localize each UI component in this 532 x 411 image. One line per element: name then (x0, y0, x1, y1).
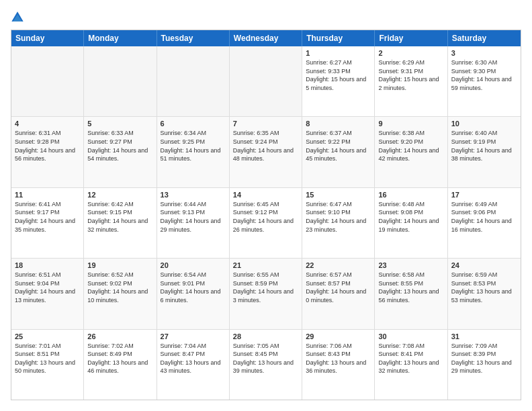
calendar-cell: 28Sunrise: 7:05 AMSunset: 8:45 PMDayligh… (230, 330, 302, 400)
cell-info: Sunrise: 6:29 AMSunset: 9:31 PMDaylight:… (378, 58, 443, 92)
calendar-row: 4Sunrise: 6:31 AMSunset: 9:28 PMDaylight… (11, 117, 521, 187)
calendar-cell (230, 46, 302, 116)
calendar-cell: 9Sunrise: 6:38 AMSunset: 9:20 PMDaylight… (375, 117, 447, 187)
cell-info: Sunrise: 6:33 AMSunset: 9:27 PMDaylight:… (87, 129, 152, 163)
day-header: Tuesday (157, 30, 230, 46)
calendar-cell: 18Sunrise: 6:51 AMSunset: 9:04 PMDayligh… (11, 259, 84, 328)
calendar-cell: 3Sunrise: 6:30 AMSunset: 9:30 PMDaylight… (448, 46, 521, 116)
cell-info: Sunrise: 7:05 AMSunset: 8:45 PMDaylight:… (233, 342, 298, 375)
cell-date: 21 (233, 261, 298, 269)
calendar-cell: 2Sunrise: 6:29 AMSunset: 9:31 PMDaylight… (375, 46, 447, 116)
cell-info: Sunrise: 7:04 AMSunset: 8:47 PMDaylight:… (161, 342, 226, 375)
cell-info: Sunrise: 6:38 AMSunset: 9:20 PMDaylight:… (378, 129, 443, 163)
logo (11, 11, 27, 24)
cell-date: 28 (233, 332, 298, 340)
day-header: Thursday (302, 30, 375, 46)
cell-info: Sunrise: 6:27 AMSunset: 9:33 PMDaylight:… (306, 58, 371, 92)
calendar-cell: 24Sunrise: 6:59 AMSunset: 8:53 PMDayligh… (448, 259, 521, 328)
cell-info: Sunrise: 6:41 AMSunset: 9:17 PMDaylight:… (15, 200, 80, 234)
calendar-cell: 11Sunrise: 6:41 AMSunset: 9:17 PMDayligh… (11, 188, 84, 258)
calendar-cell: 7Sunrise: 6:35 AMSunset: 9:24 PMDaylight… (230, 117, 302, 187)
calendar-cell: 1Sunrise: 6:27 AMSunset: 9:33 PMDaylight… (302, 46, 375, 116)
cell-date: 24 (451, 261, 517, 269)
calendar-cell: 26Sunrise: 7:02 AMSunset: 8:49 PMDayligh… (84, 330, 157, 400)
cell-info: Sunrise: 7:01 AMSunset: 8:51 PMDaylight:… (15, 342, 80, 375)
calendar-cell: 6Sunrise: 6:34 AMSunset: 9:25 PMDaylight… (157, 117, 230, 187)
calendar-cell: 14Sunrise: 6:45 AMSunset: 9:12 PMDayligh… (230, 188, 302, 258)
calendar-body: 1Sunrise: 6:27 AMSunset: 9:33 PMDaylight… (11, 46, 521, 400)
cell-date: 12 (87, 191, 152, 199)
calendar-cell: 19Sunrise: 6:52 AMSunset: 9:02 PMDayligh… (84, 259, 157, 328)
calendar-cell: 21Sunrise: 6:55 AMSunset: 8:59 PMDayligh… (230, 259, 302, 328)
calendar-cell: 31Sunrise: 7:09 AMSunset: 8:39 PMDayligh… (448, 330, 521, 400)
cell-info: Sunrise: 6:37 AMSunset: 9:22 PMDaylight:… (306, 129, 371, 163)
calendar-cell: 20Sunrise: 6:54 AMSunset: 9:01 PMDayligh… (157, 259, 230, 328)
calendar-cell: 10Sunrise: 6:40 AMSunset: 9:19 PMDayligh… (448, 117, 521, 187)
cell-info: Sunrise: 6:42 AMSunset: 9:15 PMDaylight:… (87, 200, 152, 234)
calendar-cell (157, 46, 230, 116)
calendar-cell: 22Sunrise: 6:57 AMSunset: 8:57 PMDayligh… (302, 259, 375, 328)
cell-date: 18 (15, 261, 80, 269)
calendar-cell: 15Sunrise: 6:47 AMSunset: 9:10 PMDayligh… (302, 188, 375, 258)
cell-info: Sunrise: 6:58 AMSunset: 8:55 PMDaylight:… (378, 271, 443, 304)
cell-info: Sunrise: 6:49 AMSunset: 9:06 PMDaylight:… (451, 200, 517, 234)
cell-info: Sunrise: 7:06 AMSunset: 8:43 PMDaylight:… (306, 342, 371, 375)
cell-date: 25 (15, 332, 80, 340)
cell-date: 10 (451, 120, 517, 128)
logo-icon (11, 11, 24, 24)
cell-info: Sunrise: 6:45 AMSunset: 9:12 PMDaylight:… (233, 200, 298, 234)
cell-date: 8 (306, 120, 371, 128)
cell-date: 5 (87, 120, 152, 128)
cell-info: Sunrise: 6:52 AMSunset: 9:02 PMDaylight:… (87, 271, 152, 304)
calendar-cell: 30Sunrise: 7:08 AMSunset: 8:41 PMDayligh… (375, 330, 447, 400)
calendar-cell: 4Sunrise: 6:31 AMSunset: 9:28 PMDaylight… (11, 117, 84, 187)
cell-info: Sunrise: 7:02 AMSunset: 8:49 PMDaylight:… (87, 342, 152, 375)
cell-date: 13 (161, 191, 226, 199)
cell-date: 26 (87, 332, 152, 340)
day-header: Sunday (11, 30, 84, 46)
cell-info: Sunrise: 6:44 AMSunset: 9:13 PMDaylight:… (161, 200, 226, 234)
cell-date: 29 (306, 332, 371, 340)
calendar-cell: 16Sunrise: 6:48 AMSunset: 9:08 PMDayligh… (375, 188, 447, 258)
cell-info: Sunrise: 6:55 AMSunset: 8:59 PMDaylight:… (233, 271, 298, 304)
calendar-cell: 12Sunrise: 6:42 AMSunset: 9:15 PMDayligh… (84, 188, 157, 258)
cell-info: Sunrise: 6:40 AMSunset: 9:19 PMDaylight:… (451, 129, 517, 163)
calendar-cell: 25Sunrise: 7:01 AMSunset: 8:51 PMDayligh… (11, 330, 84, 400)
cell-date: 1 (306, 49, 371, 57)
calendar: SundayMondayTuesdayWednesdayThursdayFrid… (11, 30, 521, 400)
cell-date: 27 (161, 332, 226, 340)
cell-info: Sunrise: 6:48 AMSunset: 9:08 PMDaylight:… (378, 200, 443, 234)
page: SundayMondayTuesdayWednesdayThursdayFrid… (0, 0, 532, 411)
cell-info: Sunrise: 6:34 AMSunset: 9:25 PMDaylight:… (161, 129, 226, 163)
header (11, 11, 521, 24)
cell-date: 6 (161, 120, 226, 128)
calendar-row: 18Sunrise: 6:51 AMSunset: 9:04 PMDayligh… (11, 259, 521, 329)
calendar-row: 25Sunrise: 7:01 AMSunset: 8:51 PMDayligh… (11, 330, 521, 400)
calendar-cell (11, 46, 84, 116)
cell-info: Sunrise: 7:08 AMSunset: 8:41 PMDaylight:… (378, 342, 443, 375)
calendar-row: 1Sunrise: 6:27 AMSunset: 9:33 PMDaylight… (11, 46, 521, 117)
cell-info: Sunrise: 6:59 AMSunset: 8:53 PMDaylight:… (451, 271, 517, 304)
cell-date: 22 (306, 261, 371, 269)
cell-info: Sunrise: 6:51 AMSunset: 9:04 PMDaylight:… (15, 271, 80, 304)
cell-date: 23 (378, 261, 443, 269)
cell-date: 2 (378, 49, 443, 57)
cell-date: 4 (15, 120, 80, 128)
calendar-cell: 29Sunrise: 7:06 AMSunset: 8:43 PMDayligh… (302, 330, 375, 400)
cell-info: Sunrise: 7:09 AMSunset: 8:39 PMDaylight:… (451, 342, 517, 375)
cell-date: 7 (233, 120, 298, 128)
cell-date: 20 (161, 261, 226, 269)
cell-date: 31 (451, 332, 517, 340)
calendar-row: 11Sunrise: 6:41 AMSunset: 9:17 PMDayligh… (11, 188, 521, 259)
day-header: Monday (84, 30, 157, 46)
cell-date: 19 (87, 261, 152, 269)
calendar-cell: 5Sunrise: 6:33 AMSunset: 9:27 PMDaylight… (84, 117, 157, 187)
cell-info: Sunrise: 6:54 AMSunset: 9:01 PMDaylight:… (161, 271, 226, 304)
cell-date: 14 (233, 191, 298, 199)
cell-info: Sunrise: 6:57 AMSunset: 8:57 PMDaylight:… (306, 271, 371, 304)
cell-date: 30 (378, 332, 443, 340)
day-header: Friday (375, 30, 447, 46)
cell-date: 16 (378, 191, 443, 199)
cell-date: 3 (451, 49, 517, 57)
day-headers: SundayMondayTuesdayWednesdayThursdayFrid… (11, 30, 521, 46)
